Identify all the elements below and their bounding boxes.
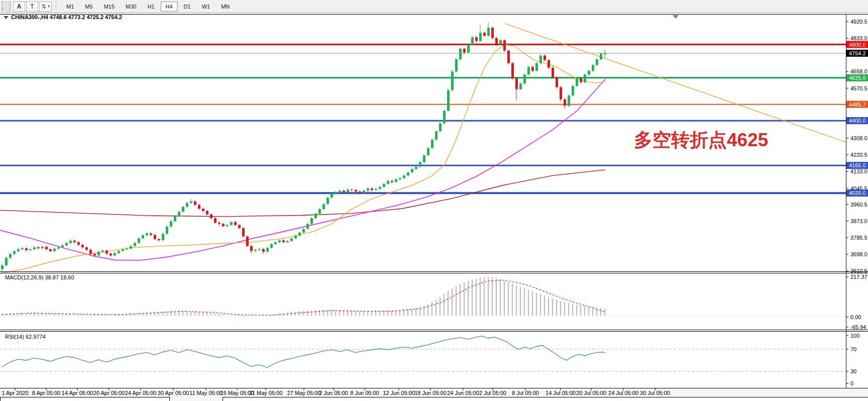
svg-text:20 Jul 05:00: 20 Jul 05:00 — [576, 390, 606, 396]
macd-label: MACD(12,26,9) 38.87 18.60 — [5, 274, 74, 280]
timeframe-button-m15[interactable]: M15 — [99, 2, 120, 12]
svg-text:2 Jul 05:00: 2 Jul 05:00 — [479, 390, 506, 396]
svg-text:11 May 05:00: 11 May 05:00 — [189, 390, 223, 396]
svg-text:4400.0: 4400.0 — [849, 118, 866, 124]
svg-text:0: 0 — [850, 380, 853, 386]
bottom-tab-right[interactable] — [223, 397, 868, 401]
svg-text:0.00: 0.00 — [850, 314, 861, 320]
svg-text:30: 30 — [850, 368, 856, 374]
svg-text:14 Jul 05:00: 14 Jul 05:00 — [546, 390, 576, 396]
svg-text:30 Jul 05:00: 30 Jul 05:00 — [640, 390, 670, 396]
timeframe-button-mn[interactable]: MN — [216, 2, 235, 12]
svg-text:8 Jul 05:00: 8 Jul 05:00 — [512, 390, 539, 396]
svg-text:1 Apr 2020: 1 Apr 2020 — [2, 390, 28, 396]
svg-text:20 Apr 05:00: 20 Apr 05:00 — [93, 390, 125, 396]
timeframe-button-m5[interactable]: M5 — [80, 2, 97, 12]
chevron-down-icon: ▾ — [48, 4, 50, 9]
timeframe-button-w1[interactable]: W1 — [197, 2, 215, 12]
chart-title: CHINA300-,H4 4748.6 4773.2 4725.2 4754.2 — [11, 14, 122, 20]
timeframe-button-m30[interactable]: M30 — [121, 2, 141, 12]
svg-text:3960.5: 3960.5 — [850, 202, 867, 208]
svg-text:4800.0: 4800.0 — [849, 42, 866, 48]
svg-text:4833.0: 4833.0 — [850, 35, 867, 41]
svg-text:3873.0: 3873.0 — [850, 218, 867, 224]
svg-text:4625.0: 4625.0 — [849, 75, 866, 81]
svg-text:4165.0: 4165.0 — [849, 162, 866, 168]
svg-text:4658.0: 4658.0 — [850, 68, 867, 74]
svg-text:4570.5: 4570.5 — [850, 85, 867, 91]
svg-text:4920.5: 4920.5 — [850, 19, 867, 25]
chart-canvas[interactable]: 多空转折点4625CHINA300-,H4 4748.6 4773.2 4725… — [0, 0, 868, 401]
toolbar-separator — [56, 2, 58, 12]
svg-text:2 Jun 05:00: 2 Jun 05:00 — [319, 390, 348, 396]
svg-text:24 Jul 05:00: 24 Jul 05:00 — [608, 390, 638, 396]
svg-text:4754.2: 4754.2 — [849, 50, 866, 56]
svg-text:4220.5: 4220.5 — [850, 152, 867, 158]
svg-text:3610.5: 3610.5 — [850, 268, 867, 274]
cursor-a-button[interactable]: A — [13, 2, 25, 12]
timeframe-group: M1M5M15M30H1H4D1W1MN — [61, 2, 235, 12]
bottom-tabs — [1, 397, 868, 401]
text-tool-button[interactable]: T — [26, 2, 38, 12]
top-toolbar: F A T ⇅▾ M1M5M15M30H1H4D1W1MN — [0, 0, 868, 13]
svg-text:27 May 05:00: 27 May 05:00 — [287, 390, 321, 396]
svg-text:12 Jun 05:00: 12 Jun 05:00 — [383, 390, 415, 396]
toolbar-grip-icon[interactable]: F — [2, 2, 11, 12]
rsi-label: RSI(14) 62.9774 — [5, 334, 46, 340]
svg-text:14 Apr 05:00: 14 Apr 05:00 — [62, 390, 93, 396]
svg-text:3785.5: 3785.5 — [850, 235, 867, 241]
svg-text:4020.0: 4020.0 — [849, 190, 866, 196]
svg-text:217.37: 217.37 — [850, 274, 867, 280]
cycle-arrows-button[interactable]: ⇅▾ — [39, 2, 52, 12]
bottom-tab-left[interactable] — [1, 397, 170, 401]
svg-text:8 Jun 05:00: 8 Jun 05:00 — [350, 390, 379, 396]
svg-text:4308.0: 4308.0 — [850, 135, 867, 141]
timeframe-button-h1[interactable]: H1 — [142, 2, 159, 12]
annotation-text[interactable]: 多空转折点4625 — [634, 130, 768, 150]
svg-text:24 Jun 05:00: 24 Jun 05:00 — [447, 390, 479, 396]
svg-text:24 Apr 05:00: 24 Apr 05:00 — [125, 390, 156, 396]
svg-text:21 May 05:00: 21 May 05:00 — [249, 390, 283, 396]
timeframe-button-m1[interactable]: M1 — [61, 2, 79, 12]
svg-text:30 Apr 05:00: 30 Apr 05:00 — [158, 390, 189, 396]
svg-text:100: 100 — [850, 333, 859, 339]
svg-text:4485.7: 4485.7 — [849, 102, 866, 108]
svg-text:70: 70 — [850, 346, 856, 352]
svg-text:4133.0: 4133.0 — [850, 168, 867, 174]
timeframe-button-d1[interactable]: D1 — [179, 2, 196, 12]
svg-text:-65.94: -65.94 — [850, 324, 866, 330]
svg-text:8 Apr 05:00: 8 Apr 05:00 — [32, 390, 60, 396]
svg-text:3698.0: 3698.0 — [850, 251, 867, 257]
timeframe-button-h4[interactable]: H4 — [161, 2, 178, 12]
svg-text:18 Jun 05:00: 18 Jun 05:00 — [414, 390, 447, 396]
